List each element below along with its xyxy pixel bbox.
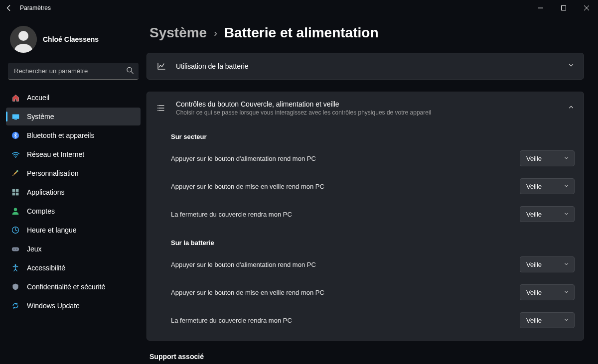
- close-button[interactable]: [575, 0, 598, 16]
- option-row-lid-battery: La fermeture du couvercle rendra mon PC …: [171, 306, 584, 334]
- dropdown-value: Veille: [526, 155, 542, 162]
- nav-network[interactable]: Réseau et Internet: [6, 145, 141, 163]
- controls-header-row[interactable]: Contrôles du bouton Couvercle, alimentat…: [147, 92, 584, 124]
- minimize-button[interactable]: [529, 0, 552, 16]
- chevron-down-icon: [568, 62, 575, 71]
- chart-line-icon: [156, 61, 167, 71]
- svg-rect-11: [12, 193, 15, 196]
- chevron-right-icon: ›: [214, 27, 217, 39]
- svg-rect-9: [12, 189, 15, 192]
- nav-label: Bluetooth et appareils: [27, 131, 94, 139]
- person-icon: [11, 207, 20, 216]
- chevron-down-icon: [564, 155, 569, 162]
- dropdown-value: Veille: [526, 289, 542, 296]
- option-label: Appuyer sur le bouton de mise en veille …: [171, 183, 324, 190]
- option-row-power-button-battery: Appuyer sur le bouton d'alimentation ren…: [171, 250, 584, 278]
- main-content: Système › Batterie et alimentation Utili…: [145, 16, 598, 364]
- option-label: Appuyer sur le bouton de mise en veille …: [171, 289, 324, 296]
- plugged-in-section: Sur secteur Appuyer sur le bouton d'alim…: [147, 124, 584, 340]
- breadcrumb-parent[interactable]: Système: [150, 25, 207, 41]
- home-icon: [11, 93, 20, 102]
- nav-gaming[interactable]: Jeux: [6, 240, 141, 258]
- chevron-down-icon: [564, 211, 569, 218]
- nav-apps[interactable]: Applications: [6, 183, 141, 201]
- nav-privacy[interactable]: Confidentialité et sécurité: [6, 278, 141, 296]
- brush-icon: [11, 169, 20, 178]
- svg-point-20: [157, 108, 158, 109]
- svg-rect-0: [562, 6, 566, 10]
- svg-point-13: [14, 208, 17, 211]
- nav-label: Accueil: [27, 94, 49, 102]
- maximize-button[interactable]: [552, 0, 575, 16]
- profile-block[interactable]: Chloé Claessens: [6, 21, 141, 60]
- apps-icon: [11, 188, 20, 197]
- profile-name: Chloé Claessens: [43, 35, 99, 43]
- page-title: Batterie et alimentation: [224, 25, 379, 41]
- svg-point-7: [15, 157, 16, 158]
- dropdown-lid-battery[interactable]: Veille: [520, 312, 575, 328]
- nav-home[interactable]: Accueil: [6, 89, 141, 107]
- svg-point-2: [18, 31, 28, 41]
- lid-power-controls-card: Contrôles du bouton Couvercle, alimentat…: [147, 92, 584, 341]
- chevron-down-icon: [564, 289, 569, 296]
- svg-point-19: [157, 105, 158, 106]
- nav-label: Applications: [27, 188, 65, 196]
- svg-rect-12: [16, 193, 19, 196]
- back-button[interactable]: [4, 3, 14, 13]
- dropdown-value: Veille: [526, 211, 542, 218]
- card-title: Utilisation de la batterie: [176, 62, 559, 70]
- option-label: Appuyer sur le bouton d'alimentation ren…: [171, 155, 316, 162]
- nav-label: Accessibilité: [27, 264, 65, 272]
- nav-time-lang[interactable]: Heure et langue: [6, 221, 141, 239]
- bluetooth-icon: [11, 131, 20, 140]
- nav-label: Windows Update: [27, 302, 80, 310]
- dropdown-sleep-battery[interactable]: Veille: [520, 284, 575, 300]
- nav-system[interactable]: Système: [6, 108, 141, 125]
- dropdown-value: Veille: [526, 317, 542, 324]
- shield-icon: [11, 282, 20, 291]
- search-input[interactable]: [8, 63, 139, 80]
- section-heading-battery: Sur la batterie: [171, 233, 584, 250]
- svg-rect-4: [12, 114, 19, 119]
- svg-point-16: [13, 249, 14, 250]
- nav-label: Personnalisation: [27, 169, 79, 177]
- update-icon: [11, 301, 20, 310]
- svg-rect-5: [14, 119, 16, 120]
- support-heading: Support associé: [150, 353, 584, 361]
- dropdown-value: Veille: [526, 183, 542, 190]
- option-row-sleep-button-plugged: Appuyer sur le bouton de mise en veille …: [171, 172, 584, 200]
- svg-rect-15: [12, 247, 19, 251]
- nav-personalization[interactable]: Personnalisation: [6, 164, 141, 182]
- system-icon: [11, 112, 20, 121]
- dropdown-power-battery[interactable]: Veille: [520, 256, 575, 272]
- window-title: Paramètres: [20, 4, 51, 11]
- nav-label: Confidentialité et sécurité: [27, 283, 105, 291]
- wifi-icon: [11, 150, 20, 159]
- battery-usage-row[interactable]: Utilisation de la batterie: [147, 53, 584, 79]
- chevron-down-icon: [564, 261, 569, 268]
- nav-label: Comptes: [27, 207, 55, 215]
- dropdown-power-plugged[interactable]: Veille: [520, 150, 575, 166]
- dropdown-lid-plugged[interactable]: Veille: [520, 206, 575, 222]
- nav-bluetooth[interactable]: Bluetooth et appareils: [6, 126, 141, 144]
- option-label: La fermeture du couvercle rendra mon PC: [171, 211, 292, 218]
- chevron-up-icon: [568, 104, 575, 113]
- option-row-lid-plugged: La fermeture du couvercle rendra mon PC …: [171, 200, 584, 228]
- nav-accessibility[interactable]: Accessibilité: [6, 259, 141, 277]
- chevron-down-icon: [564, 183, 569, 190]
- search-box: [8, 63, 139, 80]
- option-label: Appuyer sur le bouton d'alimentation ren…: [171, 261, 316, 268]
- card-subtitle: Choisir ce qui se passe lorsque vous int…: [176, 109, 559, 116]
- nav-label: Réseau et Internet: [27, 150, 84, 158]
- svg-point-18: [14, 264, 16, 266]
- option-row-power-button-plugged: Appuyer sur le bouton d'alimentation ren…: [171, 144, 584, 172]
- nav-accounts[interactable]: Comptes: [6, 202, 141, 220]
- globe-clock-icon: [11, 226, 20, 235]
- list-settings-icon: [156, 103, 167, 113]
- sidebar: Chloé Claessens Accueil Système Bluetoot…: [0, 16, 145, 364]
- nav-label: Heure et langue: [27, 226, 77, 234]
- nav-update[interactable]: Windows Update: [6, 297, 141, 315]
- dropdown-sleep-plugged[interactable]: Veille: [520, 178, 575, 194]
- chevron-down-icon: [564, 317, 569, 324]
- option-row-sleep-button-battery: Appuyer sur le bouton de mise en veille …: [171, 278, 584, 306]
